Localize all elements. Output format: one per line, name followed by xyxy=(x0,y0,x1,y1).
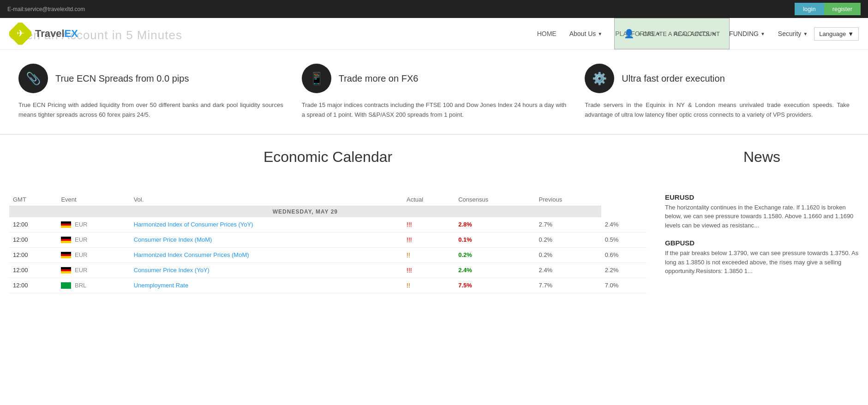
col-event: Event xyxy=(57,193,130,206)
news-item-eurusd: EURUSD The horizontality continues in th… xyxy=(665,193,859,230)
chevron-down-icon: ▼ xyxy=(760,31,765,36)
row4-time: 12:00 xyxy=(9,262,57,278)
row4-consensus: 2.4% xyxy=(535,262,601,278)
row2-actual: 0.1% xyxy=(455,232,535,247)
feature-execution: ⚙️ Ultra fast order execution Trade serv… xyxy=(585,64,850,120)
row2-previous: 0.5% xyxy=(601,232,647,247)
news-title: News xyxy=(665,149,859,166)
auth-buttons: login register xyxy=(795,3,861,15)
feature-fx6-title: Trade more on FX6 xyxy=(339,73,419,84)
row5-time: 12:00 xyxy=(9,278,57,293)
flag-de-icon xyxy=(61,252,71,258)
ecn-icon: 📎 xyxy=(18,64,48,93)
logo-diamond-icon: ✈ xyxy=(9,23,31,45)
row2-vol: !!! xyxy=(403,232,455,247)
row2-event-link[interactable]: Consumer Price Index (MoM) xyxy=(134,236,212,243)
news-section-title-wrapper: News xyxy=(665,149,859,175)
register-button[interactable]: register xyxy=(824,3,861,15)
chevron-down-icon: ▼ xyxy=(803,31,808,36)
feature-fx6: 📱 Trade more on FX6 Trade 15 major indic… xyxy=(302,64,567,120)
row1-event-link[interactable]: Harmonized Index of Consumer Prices (YoY… xyxy=(134,221,253,228)
news-pair-gbpusd: GBPUSD xyxy=(665,239,859,247)
row4-actual: 2.4% xyxy=(455,262,535,278)
row2-flag-currency: EUR xyxy=(57,232,130,247)
row4-event-link[interactable]: Consumer Price Index (YoY) xyxy=(134,267,210,274)
calendar-table: GMT Event Vol. Actual Consensus Previous… xyxy=(9,193,647,293)
nav-home[interactable]: HOME xyxy=(531,26,563,41)
svg-text:✈: ✈ xyxy=(17,28,24,38)
col-actual: Actual xyxy=(403,193,455,206)
col-consensus: Consensus xyxy=(455,193,535,206)
nav-about-us[interactable]: About Us ▼ xyxy=(563,26,609,41)
row5-vol: !! xyxy=(403,278,455,293)
login-button[interactable]: login xyxy=(795,3,824,15)
col-gmt: GMT xyxy=(9,193,57,206)
feature-ecn-text: True ECN Pricing with added liquidity fr… xyxy=(18,101,283,120)
feature-execution-header: ⚙️ Ultra fast order execution xyxy=(585,64,724,93)
col-previous: Previous xyxy=(535,193,601,206)
contact-email: E-mail:service@travelexltd.com xyxy=(7,6,85,12)
table-row: 12:00 EUR Consumer Price Index (MoM) !!!… xyxy=(9,232,647,247)
row2-event: Consumer Price Index (MoM) xyxy=(130,232,403,247)
row3-vol: !! xyxy=(403,247,455,262)
execution-icon: ⚙️ xyxy=(585,64,614,93)
feature-execution-text: Trade servers in the Equinix in NY & Lon… xyxy=(585,101,850,120)
row5-previous: 7.0% xyxy=(601,278,647,293)
row1-consensus: 2.7% xyxy=(535,217,601,232)
create-account-banner[interactable]: 👤 + CREATE A REAL ACCOUNT xyxy=(614,18,730,49)
feature-ecn-title: True ECN Spreads from 0.0 pips xyxy=(55,73,189,84)
calendar-title: Economic Calendar xyxy=(9,149,647,166)
features-section: 📎 True ECN Spreads from 0.0 pips True EC… xyxy=(0,50,868,134)
calendar-header: GMT Event Vol. Actual Consensus Previous xyxy=(9,193,647,206)
feature-ecn-header: 📎 True ECN Spreads from 0.0 pips xyxy=(18,64,189,93)
row1-flag-currency: EUR xyxy=(57,217,130,232)
table-row: 12:00 BRL Unemployment Rate !! 7.5% 7.7%… xyxy=(9,278,647,293)
logo-text: TravelEX xyxy=(35,28,78,40)
row3-flag-currency: EUR xyxy=(57,247,130,262)
news-area: EURUSD The horizontality continues in th… xyxy=(665,193,859,293)
nav-funding[interactable]: FUNDING ▼ xyxy=(723,26,772,41)
feature-fx6-text: Trade 15 major indices contracts includi… xyxy=(302,101,567,120)
flag-de-icon xyxy=(61,237,71,243)
feature-fx6-header: 📱 Trade more on FX6 xyxy=(302,64,419,93)
row4-vol: !!! xyxy=(403,262,455,278)
row3-consensus: 0.2% xyxy=(535,247,601,262)
create-account-label: + CREATE A REAL ACCOUNT xyxy=(638,30,720,37)
row2-time: 12:00 xyxy=(9,232,57,247)
person-icon: 👤 xyxy=(624,29,634,39)
table-row: 12:00 EUR Harmonized Index Consumer Pric… xyxy=(9,247,647,262)
row3-time: 12:00 xyxy=(9,247,57,262)
row1-actual: 2.8% xyxy=(455,217,535,232)
row1-time: 12:00 xyxy=(9,217,57,232)
row2-consensus: 0.2% xyxy=(535,232,601,247)
news-item-gbpusd: GBPUSD If the pair breaks below 1.3790, … xyxy=(665,239,859,276)
row4-event: Consumer Price Index (YoY) xyxy=(130,262,403,278)
row3-actual: 0.2% xyxy=(455,247,535,262)
row4-flag-currency: EUR xyxy=(57,262,130,278)
logo[interactable]: ✈ TravelEX xyxy=(9,23,78,45)
header: ✈ TravelEX 👤 + CREATE A REAL ACCOUNT HOM… xyxy=(0,18,868,50)
flag-de-icon xyxy=(61,267,71,274)
flag-de-icon xyxy=(61,221,71,228)
row5-consensus: 7.7% xyxy=(535,278,601,293)
row1-event: Harmonized Index of Consumer Prices (YoY… xyxy=(130,217,403,232)
row5-flag-currency: BRL xyxy=(57,278,130,293)
row1-vol: !!! xyxy=(403,217,455,232)
calendar-area: GMT Event Vol. Actual Consensus Previous… xyxy=(9,193,647,293)
row3-event-link[interactable]: Harmonized Index Consumer Prices (MoM) xyxy=(134,251,249,258)
calendar-body: WEDNESDAY, MAY 29 12:00 EUR Harmonized I… xyxy=(9,206,647,293)
nav-security[interactable]: Security ▼ xyxy=(772,26,814,41)
news-text-gbpusd: If the pair breaks below 1.3790, we can … xyxy=(665,249,859,276)
chevron-down-icon: ▼ xyxy=(848,30,854,37)
section-divider xyxy=(0,134,868,135)
table-row: 12:00 EUR Consumer Price Index (YoY) !!!… xyxy=(9,262,647,278)
main-section: GMT Event Vol. Actual Consensus Previous… xyxy=(0,175,868,303)
language-selector[interactable]: Language ▼ xyxy=(814,27,859,41)
row5-event-link[interactable]: Unemployment Rate xyxy=(134,282,189,289)
calendar-section-title-wrapper: Economic Calendar xyxy=(9,149,647,175)
row5-event: Unemployment Rate xyxy=(130,278,403,293)
feature-ecn: 📎 True ECN Spreads from 0.0 pips True EC… xyxy=(18,64,283,120)
row3-event: Harmonized Index Consumer Prices (MoM) xyxy=(130,247,403,262)
section-titles-row: Economic Calendar News xyxy=(0,149,868,175)
col-vol: Vol. xyxy=(130,193,403,206)
